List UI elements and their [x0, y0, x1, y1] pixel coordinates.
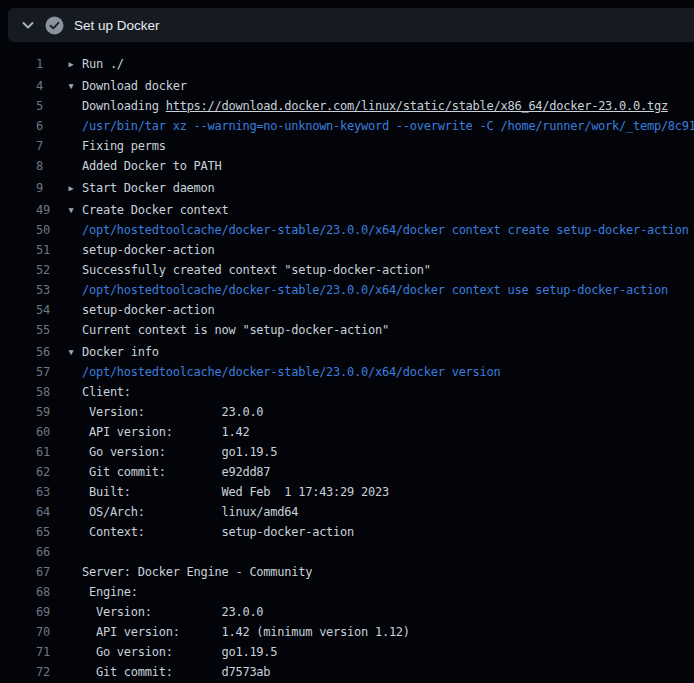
log-text: Version: 23.0.0 — [82, 402, 263, 422]
command-text: /usr/bin/tar xz --warning=no-unknown-key… — [82, 116, 694, 136]
log-group-line[interactable]: 56▼Docker info — [0, 342, 694, 362]
log-line: 6/usr/bin/tar xz --warning=no-unknown-ke… — [0, 116, 694, 136]
log-text: Built: Wed Feb 1 17:43:29 2023 — [82, 482, 389, 502]
log-line: 57/opt/hostedtoolcache/docker-stable/23.… — [0, 362, 694, 382]
log-text: Downloading https://download.docker.com/… — [82, 96, 668, 116]
group-title: Docker info — [82, 342, 159, 362]
log-line: 64 OS/Arch: linux/amd64 — [0, 502, 694, 522]
line-number[interactable]: 61 — [36, 442, 60, 462]
group-title: Run ./ — [82, 54, 124, 74]
command-text: /opt/hostedtoolcache/docker-stable/23.0.… — [82, 280, 668, 300]
line-number[interactable]: 9 — [36, 178, 60, 198]
line-number[interactable]: 7 — [36, 136, 60, 156]
step-title: Set up Docker — [74, 18, 160, 33]
line-number[interactable]: 49 — [36, 200, 60, 220]
log-text: OS/Arch: linux/amd64 — [82, 502, 298, 522]
log-text: Git commit: e92dd87 — [82, 462, 270, 482]
caret-right-icon[interactable]: ▶ — [60, 54, 82, 74]
log-text: API version: 1.42 — [82, 422, 249, 442]
log-line: 68 Engine: — [0, 582, 694, 602]
line-number[interactable]: 52 — [36, 260, 60, 280]
log-text: API version: 1.42 (minimum version 1.12) — [82, 622, 410, 642]
log-text: Current context is now "setup-docker-act… — [82, 320, 389, 340]
line-number[interactable]: 69 — [36, 602, 60, 622]
log-text: Go version: go1.19.5 — [82, 642, 277, 662]
caret-down-icon[interactable]: ▼ — [60, 200, 82, 220]
chevron-down-icon[interactable] — [20, 17, 36, 33]
log-group-line[interactable]: 9▶Start Docker daemon — [0, 178, 694, 198]
command-text: /opt/hostedtoolcache/docker-stable/23.0.… — [82, 220, 689, 240]
log-line: 59 Version: 23.0.0 — [0, 402, 694, 422]
log-line: 62 Git commit: e92dd87 — [0, 462, 694, 482]
line-number[interactable]: 72 — [36, 662, 60, 682]
line-number[interactable]: 8 — [36, 156, 60, 176]
log-line: 52Successfully created context "setup-do… — [0, 260, 694, 280]
line-number[interactable]: 70 — [36, 622, 60, 642]
log-line: 53/opt/hostedtoolcache/docker-stable/23.… — [0, 280, 694, 300]
log-line: 61 Go version: go1.19.5 — [0, 442, 694, 462]
line-number[interactable]: 62 — [36, 462, 60, 482]
log-container: 1▶Run ./4▼Download docker5Downloading ht… — [0, 42, 694, 683]
log-group-line[interactable]: 49▼Create Docker context — [0, 200, 694, 220]
log-text: Version: 23.0.0 — [82, 602, 263, 622]
log-text: Context: setup-docker-action — [82, 522, 354, 542]
line-number[interactable]: 65 — [36, 522, 60, 542]
log-text: Fixing perms — [82, 136, 166, 156]
line-number[interactable]: 54 — [36, 300, 60, 320]
log-line: 58Client: — [0, 382, 694, 402]
line-number[interactable]: 66 — [36, 542, 60, 562]
line-number[interactable]: 56 — [36, 342, 60, 362]
log-line: 7Fixing perms — [0, 136, 694, 156]
line-number[interactable]: 59 — [36, 402, 60, 422]
group-title: Download docker — [82, 76, 187, 96]
log-line: 71 Go version: go1.19.5 — [0, 642, 694, 662]
group-title: Start Docker daemon — [82, 178, 215, 198]
log-line: 60 API version: 1.42 — [0, 422, 694, 442]
log-text: Added Docker to PATH — [82, 156, 222, 176]
log-line: 65 Context: setup-docker-action — [0, 522, 694, 542]
log-group-line[interactable]: 1▶Run ./ — [0, 54, 694, 74]
log-line: 63 Built: Wed Feb 1 17:43:29 2023 — [0, 482, 694, 502]
line-number[interactable]: 53 — [36, 280, 60, 300]
line-number[interactable]: 57 — [36, 362, 60, 382]
group-title: Create Docker context — [82, 200, 228, 220]
line-number[interactable]: 68 — [36, 582, 60, 602]
line-number[interactable]: 51 — [36, 240, 60, 260]
log-line: 72 Git commit: d7573ab — [0, 662, 694, 682]
log-text: Downloading — [82, 99, 166, 113]
log-line: 5Downloading https://download.docker.com… — [0, 96, 694, 116]
caret-down-icon[interactable]: ▼ — [60, 342, 82, 362]
step-header[interactable]: Set up Docker — [8, 8, 694, 42]
log-line: 50/opt/hostedtoolcache/docker-stable/23.… — [0, 220, 694, 240]
log-line: 54setup-docker-action — [0, 300, 694, 320]
log-line: 70 API version: 1.42 (minimum version 1.… — [0, 622, 694, 642]
line-number[interactable]: 60 — [36, 422, 60, 442]
line-number[interactable]: 50 — [36, 220, 60, 240]
log-text: Engine: — [82, 582, 138, 602]
log-text: Client: — [82, 382, 131, 402]
log-text: Server: Docker Engine - Community — [82, 562, 312, 582]
log-line: 8Added Docker to PATH — [0, 156, 694, 176]
line-number[interactable]: 58 — [36, 382, 60, 402]
log-line: 69 Version: 23.0.0 — [0, 602, 694, 622]
log-text: Successfully created context "setup-dock… — [82, 260, 431, 280]
log-line: 67Server: Docker Engine - Community — [0, 562, 694, 582]
line-number[interactable]: 63 — [36, 482, 60, 502]
caret-down-icon[interactable]: ▼ — [60, 76, 82, 96]
line-number[interactable]: 64 — [36, 502, 60, 522]
log-text: setup-docker-action — [82, 240, 215, 260]
line-number[interactable]: 4 — [36, 76, 60, 96]
line-number[interactable]: 55 — [36, 320, 60, 340]
download-url-link[interactable]: https://download.docker.com/linux/static… — [166, 99, 668, 113]
log-line: 66 — [0, 542, 694, 562]
line-number[interactable]: 6 — [36, 116, 60, 136]
line-number[interactable]: 1 — [36, 54, 60, 74]
log-group-line[interactable]: 4▼Download docker — [0, 76, 694, 96]
log-lines: 1▶Run ./4▼Download docker5Downloading ht… — [0, 54, 694, 682]
line-number[interactable]: 67 — [36, 562, 60, 582]
line-number[interactable]: 71 — [36, 642, 60, 662]
line-number[interactable]: 5 — [36, 96, 60, 116]
command-text: /opt/hostedtoolcache/docker-stable/23.0.… — [82, 362, 500, 382]
caret-right-icon[interactable]: ▶ — [60, 178, 82, 198]
log-text: Git commit: d7573ab — [82, 662, 270, 682]
